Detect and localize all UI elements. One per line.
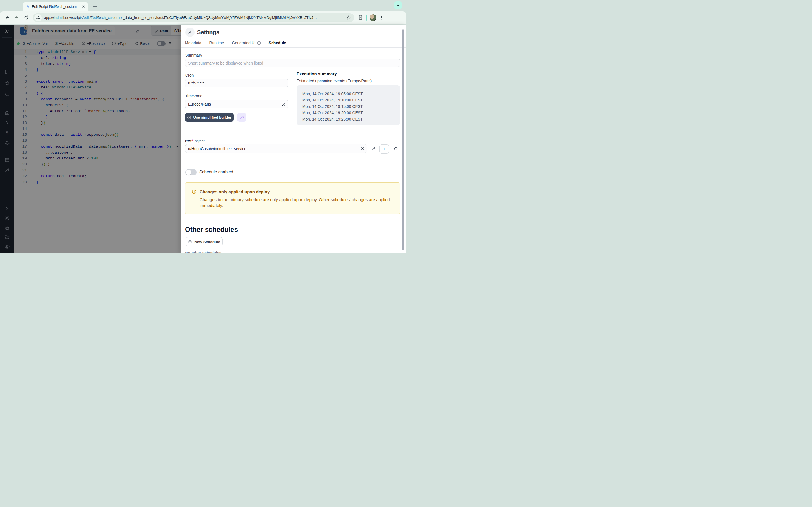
upcoming-event: Mon, 14 Oct 2024, 19:15:00 CEST: [302, 103, 400, 110]
drawer-title: Settings: [197, 29, 219, 36]
warning-icon: [192, 189, 197, 194]
timezone-input[interactable]: [185, 100, 288, 108]
arg-name: res*: [185, 138, 193, 143]
forward-icon[interactable]: [12, 13, 21, 22]
summary-label: Summary: [185, 53, 202, 57]
use-simplified-builder-button[interactable]: Use simplified builder: [185, 113, 234, 122]
arg-type: object: [195, 139, 204, 143]
tab-close-icon[interactable]: [81, 4, 86, 9]
other-schedules-title: Other schedules: [185, 226, 238, 233]
back-icon[interactable]: [2, 13, 12, 22]
tab-metadata[interactable]: Metadata: [185, 38, 201, 47]
chevron-down-icon[interactable]: [394, 1, 402, 9]
drawer-scrollbar[interactable]: [402, 29, 404, 250]
ai-wand-button[interactable]: [237, 113, 246, 122]
modal-dim-overlay[interactable]: [0, 24, 181, 253]
no-other-schedules-text: No other schedules: [185, 250, 221, 253]
upcoming-event: Mon, 14 Oct 2024, 19:10:00 CEST: [302, 97, 400, 103]
deploy-warning-box: Changes only applied upon deploy Changes…: [185, 182, 400, 214]
execution-summary-title: Execution summary: [297, 71, 337, 76]
tab-schedule[interactable]: Schedule: [269, 38, 286, 47]
res-field-header: res* object: [185, 138, 204, 143]
schedule-enabled-label: Schedule enabled: [199, 169, 233, 174]
clear-resource-icon[interactable]: [361, 147, 364, 151]
divider: [181, 47, 406, 48]
upcoming-event: Mon, 14 Oct 2024, 19:05:00 CEST: [302, 91, 400, 97]
execution-summary-subtitle: Estimated upcoming events (Europe/Paris): [297, 78, 371, 83]
upcoming-event: Mon, 14 Oct 2024, 19:25:00 CEST: [302, 116, 400, 122]
menu-kebab-icon[interactable]: [379, 15, 384, 20]
bookmark-star-icon[interactable]: [346, 15, 351, 20]
browser-tab[interactable]: Edit Script f/bd/fetch_custom: [23, 2, 88, 11]
timezone-field-wrap: [185, 100, 288, 108]
settings-tabs: Metadata Runtime Generated UI Schedule: [185, 38, 286, 47]
upcoming-event: Mon, 14 Oct 2024, 19:20:00 CEST: [302, 110, 400, 116]
clear-timezone-icon[interactable]: [282, 102, 286, 106]
add-resource-button[interactable]: +: [379, 145, 389, 154]
schedule-enabled-toggle[interactable]: [185, 169, 197, 175]
upcoming-events-panel: Mon, 14 Oct 2024, 19:05:00 CESTMon, 14 O…: [297, 86, 400, 125]
settings-drawer: Settings Metadata Runtime Generated UI S…: [181, 24, 406, 253]
browser-tabstrip: Edit Script f/bd/fetch_custom: [0, 0, 406, 11]
clock-icon: [187, 115, 191, 119]
url-text[interactable]: app.windmill.dev/scripts/edit/f/bd/fetch…: [44, 15, 346, 20]
summary-field-wrap: [185, 59, 400, 67]
site-settings-icon[interactable]: [35, 14, 42, 21]
address-bar[interactable]: app.windmill.dev/scripts/edit/f/bd/fetch…: [33, 13, 354, 22]
new-schedule-button[interactable]: New Schedule: [186, 237, 223, 246]
summary-input[interactable]: [185, 59, 400, 67]
tab-generated-ui[interactable]: Generated UI: [232, 38, 261, 47]
windmill-favicon: [26, 4, 30, 9]
info-icon: [257, 41, 261, 45]
warning-title: Changes only applied upon deploy: [200, 189, 269, 194]
warning-body: Changes to the primary schedule are only…: [200, 196, 391, 209]
magic-wand-icon: [240, 115, 244, 120]
profile-avatar[interactable]: [370, 14, 376, 21]
close-icon[interactable]: [185, 27, 195, 37]
cron-input[interactable]: [185, 79, 288, 87]
cron-field-wrap: [185, 79, 288, 87]
cron-label: Cron: [185, 73, 194, 77]
reload-icon[interactable]: [21, 13, 31, 22]
required-marker: *: [192, 138, 193, 143]
edit-resource-pencil-icon[interactable]: [371, 146, 377, 152]
extensions-icon[interactable]: [358, 15, 363, 20]
extension-divider: [366, 15, 367, 20]
refresh-icon[interactable]: [393, 146, 399, 152]
tab-title: Edit Script f/bd/fetch_custom: [32, 5, 80, 9]
browser-toolbar: app.windmill.dev/scripts/edit/f/bd/fetch…: [0, 11, 406, 24]
new-tab-icon[interactable]: [92, 3, 98, 10]
res-field-wrap: [185, 144, 367, 153]
timezone-label: Timezone: [185, 94, 202, 98]
calendar-icon: [188, 240, 192, 244]
tab-runtime[interactable]: Runtime: [209, 38, 224, 47]
res-resource-input[interactable]: [185, 144, 367, 153]
